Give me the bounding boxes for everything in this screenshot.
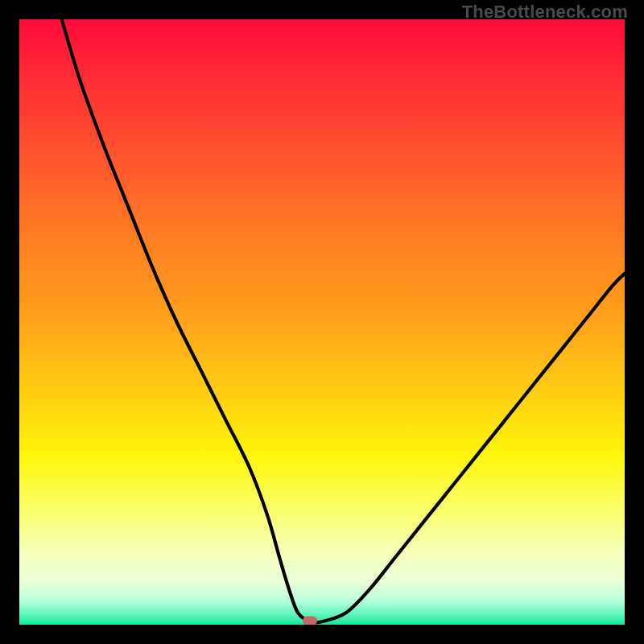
watermark-text: TheBottleneck.com [462,2,628,23]
bottleneck-curve [19,19,625,625]
plot-area [19,19,625,625]
optimum-marker [303,616,317,625]
chart-frame: TheBottleneck.com [0,0,644,644]
